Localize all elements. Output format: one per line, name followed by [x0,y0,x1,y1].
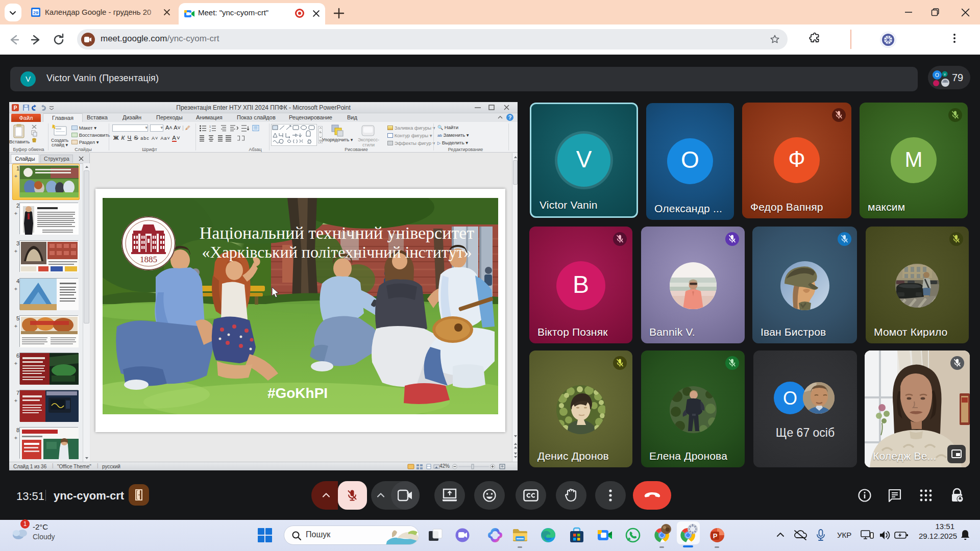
svg-text:29: 29 [33,10,38,15]
svg-text:O: O [783,388,797,409]
svg-text:P: P [713,532,718,540]
